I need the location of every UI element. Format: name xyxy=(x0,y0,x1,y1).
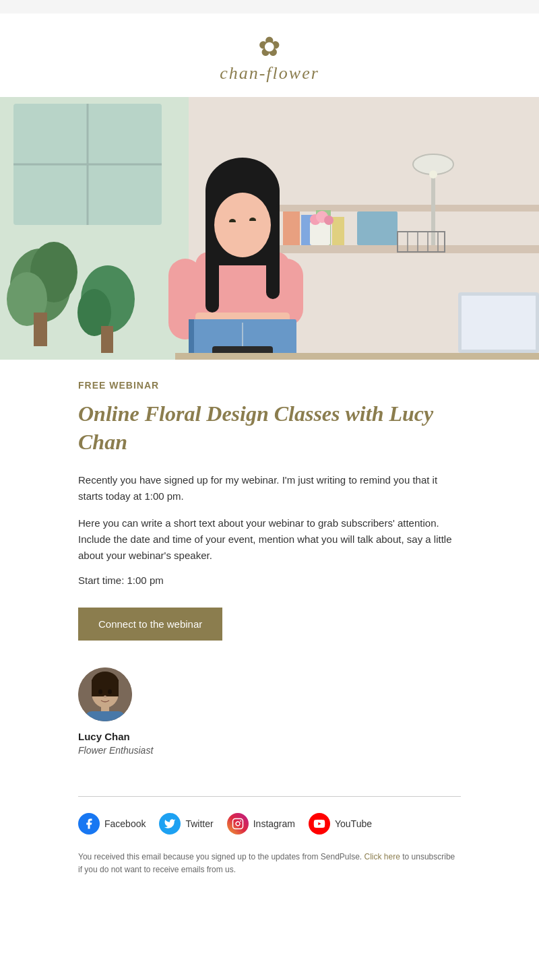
content-area: Free webinar Online Floral Design Classe… xyxy=(0,360,539,796)
social-links: Facebook Twitter Instagram YouTube xyxy=(78,813,461,835)
facebook-link[interactable]: Facebook xyxy=(78,813,146,835)
svg-point-24 xyxy=(324,216,334,225)
svg-point-57 xyxy=(108,690,112,694)
body-paragraph-1: Recently you have signed up for my webin… xyxy=(78,472,461,504)
twitter-label: Twitter xyxy=(185,818,213,829)
header: ✿ chan-flower xyxy=(0,13,539,97)
svg-rect-11 xyxy=(101,326,113,353)
author-section: Lucy Chan Flower Enthusiast xyxy=(78,667,461,756)
footer-note-text: You received this email because you sign… xyxy=(78,852,362,861)
avatar xyxy=(78,667,132,721)
svg-rect-8 xyxy=(34,313,47,346)
svg-rect-61 xyxy=(232,819,243,829)
twitter-link[interactable]: Twitter xyxy=(159,813,213,835)
hero-image xyxy=(0,97,539,360)
youtube-icon xyxy=(309,813,330,835)
svg-rect-14 xyxy=(283,211,300,245)
free-webinar-label: Free webinar xyxy=(78,380,461,391)
svg-rect-17 xyxy=(332,217,344,245)
svg-rect-13 xyxy=(236,205,539,211)
instagram-label: Instagram xyxy=(253,818,295,829)
footer-note: You received this email because you sign… xyxy=(78,851,461,876)
body-paragraph-2: Here you can write a short text about yo… xyxy=(78,515,461,564)
svg-rect-60 xyxy=(85,711,125,721)
facebook-icon xyxy=(78,813,100,835)
svg-point-20 xyxy=(429,170,437,178)
twitter-icon xyxy=(159,813,181,835)
svg-rect-51 xyxy=(462,296,536,350)
svg-rect-12 xyxy=(236,245,539,253)
youtube-link[interactable]: YouTube xyxy=(309,813,372,835)
author-title: Flower Enthusiast xyxy=(78,745,153,756)
email-container: ✿ chan-flower xyxy=(0,13,539,980)
hero-illustration xyxy=(0,97,539,360)
start-time: Start time: 1:00 pm xyxy=(78,575,461,586)
svg-rect-49 xyxy=(175,353,539,360)
webinar-title: Online Floral Design Classes with Lucy C… xyxy=(78,400,461,456)
logo-text: chan-flower xyxy=(13,63,526,84)
cta-button[interactable]: Connect to the webinar xyxy=(78,608,222,641)
instagram-icon xyxy=(227,813,249,835)
author-name: Lucy Chan xyxy=(78,731,130,742)
logo-icon: ✿ xyxy=(13,34,526,61)
svg-rect-25 xyxy=(357,211,398,245)
svg-rect-21 xyxy=(310,222,330,245)
svg-rect-46 xyxy=(229,222,236,226)
svg-rect-47 xyxy=(249,221,256,224)
youtube-label: YouTube xyxy=(335,818,372,829)
svg-point-43 xyxy=(214,193,271,257)
svg-rect-55 xyxy=(92,680,119,696)
avatar-image xyxy=(78,667,132,721)
svg-point-56 xyxy=(98,690,102,694)
svg-point-58 xyxy=(104,696,106,698)
facebook-label: Facebook xyxy=(104,818,146,829)
footer: Facebook Twitter Instagram YouTube xyxy=(0,797,539,896)
instagram-link[interactable]: Instagram xyxy=(227,813,295,835)
unsubscribe-link[interactable]: Click here xyxy=(364,852,400,861)
